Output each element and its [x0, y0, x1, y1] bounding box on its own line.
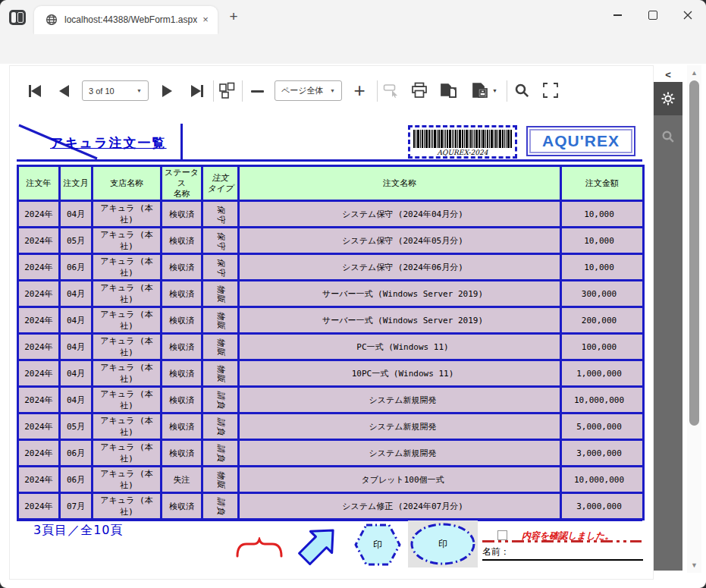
cell-status: 検収済	[162, 254, 202, 281]
last-page-button[interactable]	[187, 80, 208, 102]
cell-month: 05月	[60, 228, 93, 254]
cell-order-name: 10PC一式 (Windows 11)	[239, 360, 561, 387]
header-divider-line	[180, 124, 183, 159]
barcode: AQUREX-2024	[408, 125, 517, 159]
cell-amount: 3,000,000	[561, 440, 644, 467]
cell-year: 2024年	[18, 201, 60, 228]
hexagon-stamp: 印	[353, 522, 402, 568]
toolbar-separator	[213, 80, 214, 102]
cell-branch: アキュラ (本社)	[93, 228, 162, 254]
search-button[interactable]	[512, 79, 532, 102]
settings-tab[interactable]	[654, 82, 682, 115]
first-page-button[interactable]	[24, 80, 45, 102]
cell-year: 2024年	[18, 387, 60, 413]
cell-amount: 100,000	[561, 334, 644, 360]
window-minimize-button[interactable]	[601, 3, 633, 27]
gear-icon	[661, 91, 676, 106]
cell-month: 04月	[60, 307, 93, 334]
cell-order-name: システム保守 (2024年06月分)	[239, 254, 561, 281]
table-row: 2024年 04月 アキュラ (本社) 検収済 請負 システム新規開発 10,0…	[18, 387, 644, 413]
cell-order-name: システム新規開発	[239, 440, 561, 467]
cell-order-name: システム保守 (2024年05月分)	[239, 228, 561, 254]
scrollbar-thumb[interactable]	[689, 80, 699, 426]
zoom-in-button[interactable]: +	[350, 79, 369, 102]
table-row: 2024年 06月 アキュラ (本社) 検収済 請負 システム新規開発 3,00…	[18, 440, 644, 467]
search-tab[interactable]	[654, 121, 682, 152]
window-maximize-button[interactable]	[637, 3, 669, 27]
toolbar-separator	[242, 80, 243, 102]
next-page-button[interactable]	[158, 80, 176, 102]
zoom-out-button[interactable]	[249, 80, 265, 102]
header-bottom-line	[17, 159, 642, 162]
signature-line	[482, 559, 643, 561]
multi-page-view-button[interactable]	[217, 79, 237, 102]
cell-order-name: サーバー一式 (Windows Server 2019)	[239, 281, 561, 307]
cell-month: 05月	[60, 413, 93, 440]
active-tab[interactable]: localhost:44388/WebForm1.aspx ×	[34, 6, 218, 34]
cell-year: 2024年	[18, 493, 60, 520]
cell-status: 検収済	[162, 360, 202, 387]
tab-actions-icon[interactable]	[9, 10, 26, 25]
new-tab-icon[interactable]: +	[226, 9, 241, 24]
cell-status: 検収済	[162, 440, 202, 467]
confirm-checkbox[interactable]	[497, 530, 507, 540]
zoom-select-dropdown[interactable]: ページ全体▼	[275, 80, 342, 101]
cell-month: 06月	[60, 254, 93, 281]
cell-branch: アキュラ (本社)	[93, 334, 162, 360]
cell-type: 請負	[202, 440, 239, 467]
window-close-button[interactable]	[672, 3, 704, 27]
cell-month: 04月	[60, 201, 93, 228]
table-row: 2024年 04月 アキュラ (本社) 検収済 物販 サーバー一式 (Windo…	[18, 307, 644, 334]
cell-status: 検収済	[162, 307, 202, 334]
cell-amount: 10,000	[561, 254, 644, 281]
cell-type: 物販	[202, 307, 239, 334]
panel-collapse-icon[interactable]: <	[654, 67, 682, 82]
cell-month: 06月	[60, 440, 93, 467]
cell-status: 検収済	[162, 201, 202, 228]
chevron-down-icon: ▼	[130, 88, 142, 93]
cell-month: 07月	[60, 493, 93, 520]
fullscreen-button[interactable]	[540, 79, 561, 102]
col-header-month: 注文月	[60, 166, 93, 201]
cell-type: 物販	[202, 467, 239, 493]
tab-close-icon[interactable]: ×	[199, 14, 212, 26]
table-row: 2024年 05月 アキュラ (本社) 検収済 保守 システム保守 (2024年…	[18, 228, 644, 254]
cell-status: 失注	[162, 467, 202, 493]
browser-window: localhost:44388/WebForm1.aspx × + ← ⌂ ht…	[0, 0, 706, 588]
col-header-year: 注文年	[18, 166, 60, 201]
table-row: 2024年 04月 アキュラ (本社) 検収済 物販 PC一式 (Windows…	[18, 334, 644, 360]
table-row: 2024年 07月 アキュラ (本社) 検収済 請負 システム修正 (2024年…	[18, 493, 644, 520]
tab-title: localhost:44388/WebForm1.aspx	[64, 14, 197, 25]
cell-year: 2024年	[18, 334, 60, 360]
cell-order-name: PC一式 (Windows 11)	[239, 334, 561, 360]
cell-order-name: タブレット100個一式	[239, 467, 561, 493]
cell-month: 04月	[60, 334, 93, 360]
scroll-up-icon[interactable]: ▲	[687, 67, 701, 79]
cell-branch: アキュラ (本社)	[93, 467, 162, 493]
scrollbar[interactable]: ▲ ▼	[687, 65, 701, 573]
cell-year: 2024年	[18, 228, 60, 254]
print-layout-button[interactable]	[438, 79, 460, 102]
cell-amount: 1,000,000	[561, 360, 644, 387]
cell-order-name: サーバー一式 (Windows Server 2019)	[239, 307, 561, 334]
scroll-down-icon[interactable]: ▼	[687, 559, 701, 571]
cell-order-name: システム新規開発	[239, 413, 561, 440]
cell-year: 2024年	[18, 413, 60, 440]
previous-page-button[interactable]	[55, 80, 73, 102]
table-row: 2024年 04月 アキュラ (本社) 検収済 保守 システム保守 (2024年…	[18, 201, 644, 228]
cell-branch: アキュラ (本社)	[93, 387, 162, 413]
cell-order-name: システム新規開発	[239, 387, 561, 413]
report-title: アキュラ注文一覧	[50, 134, 167, 152]
cell-amount: 200,000	[561, 307, 644, 334]
cell-month: 04月	[60, 387, 93, 413]
company-logo: AQU'REX	[526, 126, 635, 156]
col-header-amount: 注文金額	[561, 166, 644, 201]
cell-order-name: システム修正 (2024年07月分)	[239, 493, 561, 520]
cell-amount: 10,000	[561, 228, 644, 254]
cell-year: 2024年	[18, 440, 60, 467]
export-button[interactable]: ▼	[470, 79, 499, 102]
print-button[interactable]	[409, 79, 429, 102]
page-select-dropdown[interactable]: 3 of 10▼	[82, 80, 149, 101]
chevron-down-icon: ▼	[492, 88, 497, 93]
text-select-tool-disabled	[381, 79, 401, 102]
